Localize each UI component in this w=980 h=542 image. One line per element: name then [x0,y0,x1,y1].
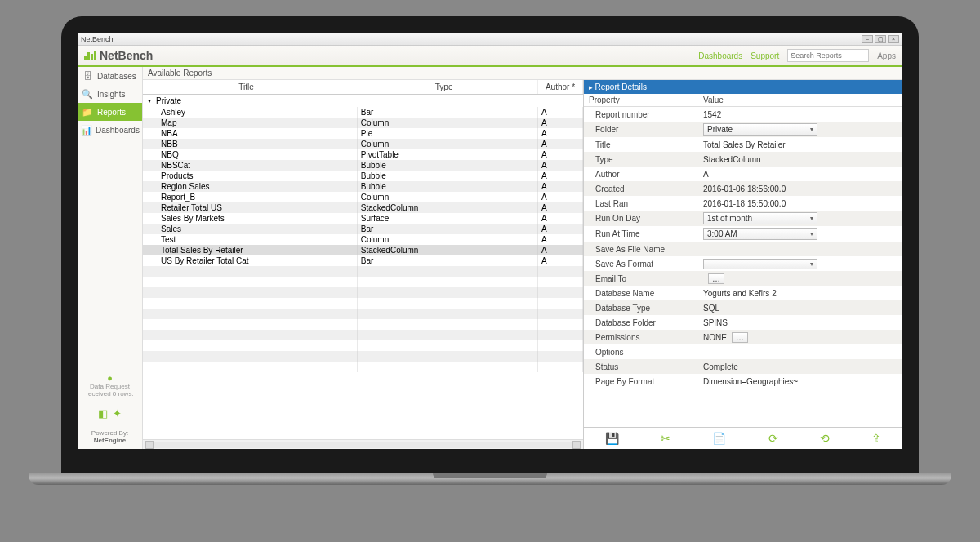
report-row[interactable]: TestColumnA [143,234,583,245]
header-link-apps[interactable]: Apps [877,51,896,60]
report-details-pane: Report Details Property Value Report num… [584,80,902,449]
cell-author: A [538,149,583,160]
sidebar-item-label: Reports [97,108,126,117]
prop-label: Type [589,155,703,164]
report-row[interactable]: US By Retailer Total CatBarA [143,255,583,266]
cell-title: Total Sales By Retailer [143,245,358,255]
sidebar-action-icon-1[interactable]: ◧ [98,407,108,420]
report-row[interactable]: AshleyBarA [143,107,583,118]
cell-author: A [538,171,583,181]
prop-label: Database Name [589,289,703,298]
prop-more-button[interactable]: … [732,332,748,343]
cell-type: StackedColumn [358,202,538,213]
window-minimize-button[interactable]: – [862,35,873,43]
window-close-button[interactable]: × [888,35,899,43]
cell-title: US By Retailer Total Cat [143,255,358,266]
props-col-property: Property [589,96,703,104]
report-row[interactable]: NBBColumnA [143,139,583,149]
report-row[interactable]: NBSCatBubbleA [143,160,583,171]
prop-label: Database Type [589,304,703,313]
window-maximize-button[interactable]: ▢ [875,35,886,43]
group-expand-icon: ▾ [148,97,151,104]
chevron-down-icon: ▾ [810,230,813,238]
report-row[interactable]: SalesBarA [143,224,583,234]
search-input[interactable] [787,49,869,62]
report-row[interactable]: Retailer Total USStackedColumnA [143,202,583,213]
prop-value: Yogurts and Kefirs 2 [703,289,777,298]
col-header-title[interactable]: Title [143,80,350,94]
prop-value: Dimension=Geographies~ [703,377,798,386]
report-row[interactable]: Sales By MarketsSurfaceA [143,213,583,224]
prop-value: 2016-01-18 15:50:00.0 [703,199,786,208]
prop-label: Page By Format [589,377,703,386]
header-link-support[interactable]: Support [751,51,779,60]
prop-label: Email To [589,274,703,283]
sidebar-action-icon-2[interactable]: ✦ [113,407,122,420]
cell-title: Sales [143,224,358,234]
cell-author: A [538,128,583,139]
reports-grid-pane: Title Type Author * ▾PrivateAshleyBarAMa… [143,80,584,449]
chevron-down-icon: ▾ [810,126,813,133]
report-row[interactable]: NBQPivotTableA [143,149,583,160]
sidebar-item-reports[interactable]: 📁Reports [78,103,142,121]
col-header-author[interactable]: Author * [538,80,583,94]
toolbar-cut-icon[interactable]: ✂ [661,432,670,445]
grid-header: Title Type Author * [143,80,583,95]
cell-title: NBQ [143,149,358,160]
toolbar-sync-icon[interactable]: ⟲ [820,432,830,445]
sidebar-item-insights[interactable]: 🔍Insights [78,85,142,103]
toolbar-save-icon[interactable]: 💾 [605,432,619,445]
cell-title: Sales By Markets [143,213,358,224]
details-header[interactable]: Report Details [584,80,902,94]
prop-more-button[interactable]: … [708,273,724,284]
prop-select[interactable]: 1st of month▾ [703,212,817,224]
prop-select[interactable]: 3:00 AM▾ [703,228,817,240]
empty-row [143,340,583,351]
group-row-private[interactable]: ▾Private [143,95,583,107]
powered-by: Powered By: NetEngine [78,429,142,449]
cell-type: Column [358,192,538,202]
sidebar-item-databases[interactable]: 🗄Databases [78,67,142,85]
cell-type: Bar [358,255,538,266]
prop-select[interactable]: Private▾ [703,123,817,136]
prop-value: A [703,170,709,179]
prop-row: TypeStackedColumn [584,152,902,167]
report-row[interactable]: MapColumnA [143,118,583,128]
insights-icon: 🔍 [81,87,94,100]
toolbar-file-icon[interactable]: 📄 [712,432,726,445]
prop-row: Database TypeSQL [584,300,902,315]
cell-author: A [538,234,583,245]
report-row[interactable]: NBAPieA [143,128,583,139]
prop-value: SQL [703,304,719,313]
report-row[interactable]: ProductsBubbleA [143,171,583,181]
window-titlebar: NetBench – ▢ × [78,33,902,46]
cell-type: Bar [358,107,538,118]
empty-row [143,362,583,372]
prop-row: Page By FormatDimension=Geographies~ [584,374,902,389]
header-link-dashboards[interactable]: Dashboards [698,51,742,60]
empty-row [143,277,583,287]
horizontal-scrollbar[interactable] [143,439,583,449]
sidebar-item-label: Insights [97,90,125,99]
cell-type: PivotTable [358,149,538,160]
prop-row: PermissionsNONE… [584,330,902,344]
cell-type: Pie [358,128,538,139]
report-row[interactable]: Report_BColumnA [143,192,583,202]
report-row[interactable]: Total Sales By RetailerStackedColumnA [143,245,583,255]
prop-select[interactable]: ▾ [703,259,817,269]
toolbar-export-icon[interactable]: ⇪ [871,432,881,445]
cell-title: Report_B [143,192,358,202]
report-row[interactable]: Region SalesBubbleA [143,181,583,192]
powered-by-name: NetEngine [78,437,142,444]
sidebar-item-dashboards[interactable]: 📊Dashboards [78,121,142,139]
prop-row: FolderPrivate▾ [584,122,902,137]
grid-body: ▾PrivateAshleyBarAMapColumnANBAPieANBBCo… [143,95,583,439]
cell-author: A [538,181,583,192]
status-line2: received 0 rows. [79,390,140,398]
toolbar-refresh-icon[interactable]: ⟳ [768,432,778,445]
prop-row: Email To… [584,271,902,286]
col-header-type[interactable]: Type [350,80,538,94]
prop-row: TitleTotal Sales By Retailer [584,137,902,152]
empty-row [143,319,583,330]
empty-row [143,266,583,277]
